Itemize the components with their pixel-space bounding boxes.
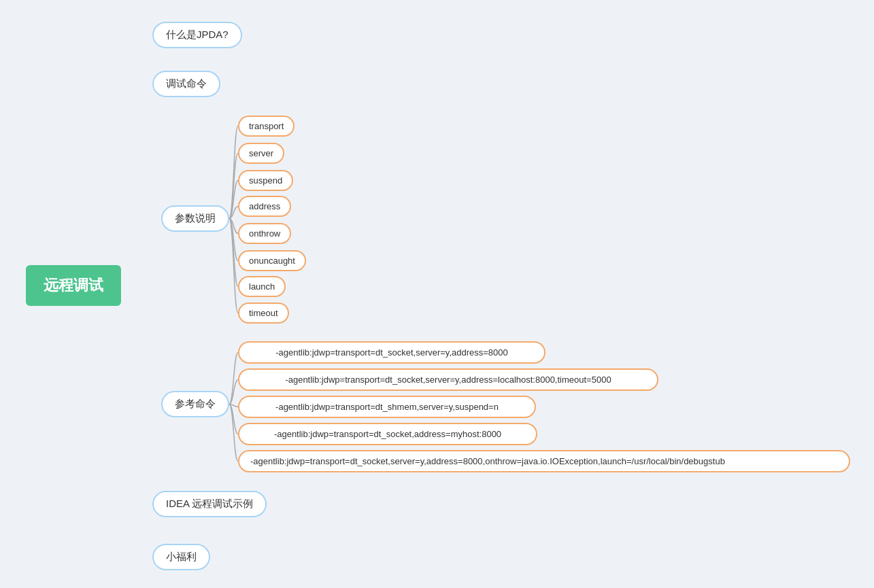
rc1-label: -agentlib:jdwp=transport=dt_socket,serve…	[275, 347, 508, 358]
node-gift: 小福利	[152, 544, 210, 570]
node-refcmd: 参考命令	[161, 391, 229, 417]
timeout-label: timeout	[249, 308, 278, 318]
suspend-label: suspend	[249, 175, 282, 186]
rc3-label: -agentlib:jdwp=transport=dt_shmem,server…	[275, 402, 499, 412]
node-cmd: 调试命令	[152, 71, 220, 97]
node-idea: IDEA 远程调试示例	[152, 491, 267, 517]
node-rc1: -agentlib:jdwp=transport=dt_socket,serve…	[238, 341, 545, 364]
node-timeout: timeout	[238, 302, 289, 324]
launch-label: launch	[249, 281, 275, 292]
node-jpda: 什么是JPDA?	[152, 22, 242, 48]
root-label: 远程调试	[44, 275, 103, 296]
node-onthrow: onthrow	[238, 223, 291, 244]
node-params: 参数说明	[161, 205, 229, 232]
server-label: server	[249, 148, 273, 158]
node-launch: launch	[238, 276, 286, 297]
transport-label: transport	[249, 121, 284, 131]
gift-label: 小福利	[166, 551, 197, 564]
node-rc4: -agentlib:jdwp=transport=dt_socket,addre…	[238, 423, 537, 445]
jpda-label: 什么是JPDA?	[166, 29, 229, 41]
node-rc2: -agentlib:jdwp=transport=dt_socket,serve…	[238, 368, 658, 391]
node-rc5: -agentlib:jdwp=transport=dt_socket,serve…	[238, 450, 850, 472]
connector-lines	[0, 0, 874, 588]
refcmd-label: 参考命令	[175, 398, 216, 411]
cmd-label: 调试命令	[166, 77, 207, 90]
node-server: server	[238, 143, 284, 164]
address-label: address	[249, 201, 280, 211]
node-transport: transport	[238, 116, 295, 137]
params-label: 参数说明	[175, 212, 216, 225]
node-onuncaught: onuncaught	[238, 250, 306, 271]
rc2-label: -agentlib:jdwp=transport=dt_socket,serve…	[285, 375, 611, 385]
node-suspend: suspend	[238, 170, 293, 191]
onthrow-label: onthrow	[249, 228, 280, 239]
root-node: 远程调试	[26, 265, 121, 306]
onuncaught-label: onuncaught	[249, 256, 295, 266]
node-address: address	[238, 196, 291, 217]
idea-label: IDEA 远程调试示例	[166, 498, 253, 511]
node-rc3: -agentlib:jdwp=transport=dt_shmem,server…	[238, 396, 536, 418]
rc5-label: -agentlib:jdwp=transport=dt_socket,serve…	[250, 456, 725, 466]
mindmap-canvas: 远程调试 什么是JPDA? 调试命令 参数说明 参考命令 IDEA 远程调试示例…	[0, 0, 874, 588]
rc4-label: -agentlib:jdwp=transport=dt_socket,addre…	[274, 429, 501, 439]
